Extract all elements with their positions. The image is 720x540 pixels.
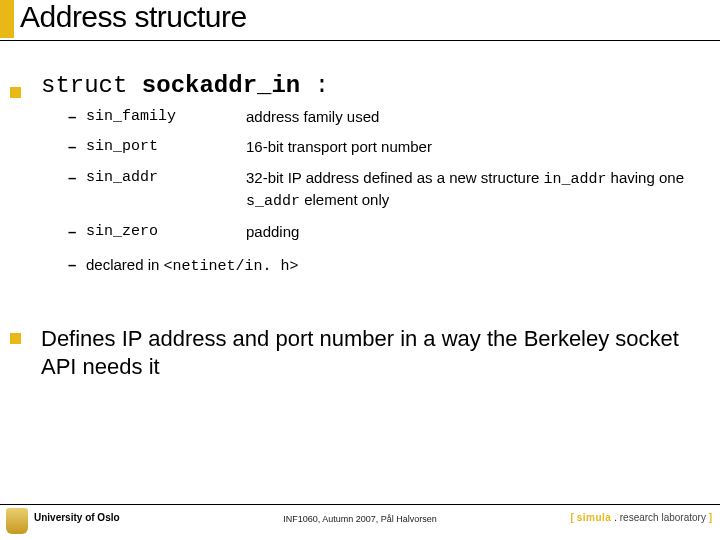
text-span: having one <box>606 169 684 186</box>
footer: University of Oslo INF1060, Autumn 2007,… <box>0 504 720 540</box>
code-span: in_addr <box>543 171 606 188</box>
field-desc: 32-bit IP address defined as a new struc… <box>246 168 710 213</box>
accent-bar-icon <box>0 0 14 38</box>
dash-bullet-icon: – <box>68 107 86 127</box>
field-name: sin_zero <box>86 222 246 242</box>
declared-label: declared in <box>86 256 164 273</box>
footer-right: [ simula . research laboratory ] <box>571 512 712 523</box>
text-span: element only <box>300 191 389 208</box>
square-bullet-icon <box>10 87 21 98</box>
footer-divider <box>0 504 720 505</box>
declared-text: declared in <netinet/in. h> <box>86 256 299 275</box>
square-bullet-icon <box>10 333 21 344</box>
declared-path: <netinet/in. h> <box>164 258 299 275</box>
dash-bullet-icon: – <box>68 256 86 273</box>
title-block: Address structure <box>0 0 720 52</box>
dash-bullet-icon: – <box>68 137 86 157</box>
field-name: sin_port <box>86 137 246 157</box>
field-list: –sin_familyaddress family used–sin_port1… <box>68 107 710 242</box>
declared-row: – declared in <netinet/in. h> <box>68 256 710 275</box>
code-span: s_addr <box>246 193 300 210</box>
slide-title: Address structure <box>20 0 247 34</box>
simula-word: simula <box>577 512 612 523</box>
text-span: 16-bit transport port number <box>246 138 432 155</box>
top-bullet: struct sockaddr_in : <box>10 72 710 99</box>
field-desc: padding <box>246 222 710 242</box>
text-span: 32-bit IP address defined as a new struc… <box>246 169 543 186</box>
dash-bullet-icon: – <box>68 222 86 242</box>
simula-dot: . <box>611 512 619 523</box>
second-bullet: Defines IP address and port number in a … <box>10 325 710 380</box>
title-underline <box>0 40 720 41</box>
text-span: padding <box>246 223 299 240</box>
struct-suffix: : <box>300 72 329 99</box>
bracket-close: ] <box>706 512 712 523</box>
content-area: struct sockaddr_in : –sin_familyaddress … <box>10 72 710 380</box>
field-row: –sin_familyaddress family used <box>68 107 710 127</box>
second-text: Defines IP address and port number in a … <box>41 325 710 380</box>
field-row: –sin_zeropadding <box>68 222 710 242</box>
struct-prefix: struct <box>41 72 142 99</box>
struct-name: sockaddr_in <box>142 72 300 99</box>
text-span: address family used <box>246 108 379 125</box>
field-name: sin_addr <box>86 168 246 188</box>
field-desc: 16-bit transport port number <box>246 137 710 157</box>
field-row: –sin_port16-bit transport port number <box>68 137 710 157</box>
field-desc: address family used <box>246 107 710 127</box>
field-name: sin_family <box>86 107 246 127</box>
struct-heading: struct sockaddr_in : <box>41 72 329 99</box>
research-lab: research laboratory <box>620 512 706 523</box>
field-row: –sin_addr32-bit IP address defined as a … <box>68 168 710 213</box>
dash-bullet-icon: – <box>68 168 86 188</box>
